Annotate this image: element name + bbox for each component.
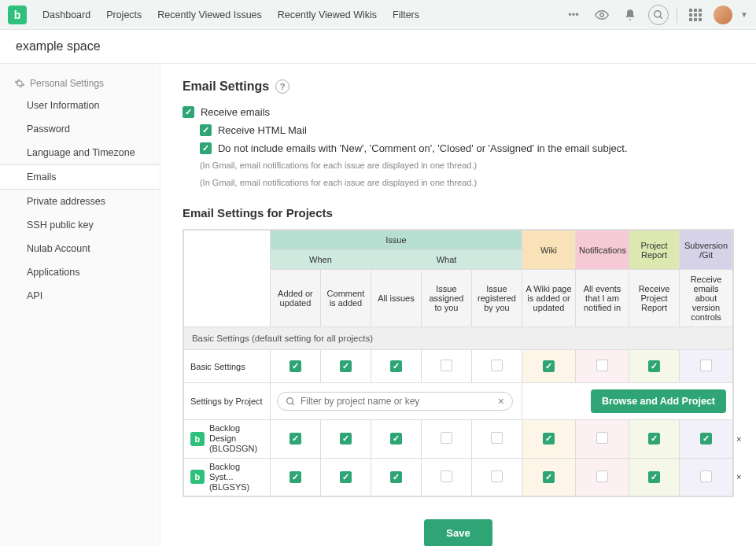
browse-add-project-button[interactable]: Browse and Add Project: [591, 389, 726, 413]
project-name: Backlog Design (BLGDSGN): [209, 423, 264, 455]
basic-settings-header: Basic Settings (default setting for all …: [183, 327, 732, 350]
col-header: Receive Project Report: [629, 270, 680, 327]
svg-point-1: [655, 10, 661, 17]
grid-checkbox[interactable]: [491, 432, 503, 444]
sidebar-item-emails[interactable]: Emails: [0, 164, 160, 190]
basic-settings-label: Basic Settings: [183, 350, 270, 383]
th-wiki: Wiki: [522, 231, 576, 270]
col-header: Issue assigned to you: [421, 270, 471, 327]
svg-line-4: [292, 403, 294, 405]
sidebar-item-password[interactable]: Password: [0, 117, 160, 141]
nav-projects[interactable]: Projects: [98, 0, 149, 30]
sidebar-item-private-addresses[interactable]: Private addresses: [0, 190, 160, 213]
chevron-down-icon[interactable]: ▼: [740, 10, 748, 19]
projects-section-title: Email Settings for Projects: [183, 206, 734, 220]
grid-checkbox[interactable]: [289, 360, 301, 372]
grid-checkbox[interactable]: [491, 470, 503, 482]
html-mail-label: Receive HTML Mail: [218, 124, 307, 136]
subject-label: Do not include emails with 'New', 'Comme…: [218, 142, 628, 154]
th-svn: Subversion /Git: [680, 231, 733, 270]
receive-emails-checkbox[interactable]: [183, 106, 194, 118]
grid-checkbox[interactable]: [441, 360, 452, 371]
grid-checkbox[interactable]: [441, 432, 452, 444]
project-icon: b: [190, 470, 205, 484]
col-header: All events that I am notified in: [576, 270, 629, 327]
watch-icon[interactable]: [592, 5, 612, 25]
th-when: When: [270, 250, 371, 270]
search-icon: [286, 397, 296, 407]
avatar[interactable]: [714, 6, 732, 24]
sidebar-item-language-and-timezone[interactable]: Language and Timezone: [0, 141, 160, 164]
grid-checkbox[interactable]: [648, 471, 660, 483]
note-text-1: (In Gmail, email notifications for each …: [200, 160, 734, 170]
more-icon[interactable]: •••: [563, 5, 584, 25]
svg-point-3: [287, 397, 293, 404]
page-title: Email Settings: [183, 79, 269, 94]
grid-checkbox[interactable]: [700, 470, 712, 482]
grid-checkbox[interactable]: [340, 360, 352, 372]
sidebar-item-applications[interactable]: Applications: [0, 260, 160, 284]
search-icon[interactable]: [648, 5, 669, 25]
grid-checkbox[interactable]: [441, 470, 452, 482]
svg-point-0: [600, 13, 604, 17]
grid-checkbox[interactable]: [596, 470, 608, 482]
grid-checkbox[interactable]: [543, 471, 555, 483]
project-icon: b: [190, 432, 205, 446]
col-header: Receive emails about version controls: [680, 270, 733, 327]
col-header: A Wiki page is added or updated: [522, 270, 576, 327]
sidebar-item-api[interactable]: API: [0, 284, 160, 308]
grid-checkbox[interactable]: [390, 471, 402, 483]
settings-by-project-label: Settings by Project: [183, 383, 270, 420]
project-name: Backlog Syst... (BLGSYS): [209, 462, 264, 493]
grid-checkbox[interactable]: [340, 471, 352, 483]
sidebar-item-user-information[interactable]: User Information: [0, 94, 160, 117]
grid-checkbox[interactable]: [700, 433, 712, 445]
apps-icon[interactable]: [685, 5, 706, 25]
th-issue: Issue: [270, 231, 522, 250]
grid-checkbox[interactable]: [390, 433, 402, 445]
note-text-2: (In Gmail, email notifications for each …: [200, 178, 734, 187]
grid-checkbox[interactable]: [289, 471, 301, 483]
th-what: What: [371, 250, 522, 270]
grid-checkbox[interactable]: [543, 433, 555, 445]
nav-recently-viewed-issues[interactable]: Recently Viewed Issues: [149, 0, 269, 30]
gear-icon: [14, 78, 25, 89]
nav-recently-viewed-wikis[interactable]: Recently Viewed Wikis: [270, 0, 385, 30]
grid-checkbox[interactable]: [648, 360, 660, 372]
sidebar-item-ssh-public-key[interactable]: SSH public key: [0, 213, 160, 237]
grid-checkbox[interactable]: [289, 433, 301, 445]
space-name: example space: [0, 30, 756, 64]
bell-icon[interactable]: [620, 5, 640, 25]
html-mail-checkbox[interactable]: [200, 124, 212, 136]
grid-checkbox[interactable]: [340, 433, 352, 445]
th-report: Project Report: [629, 231, 680, 270]
col-header: Issue registered by you: [471, 270, 522, 327]
subject-checkbox[interactable]: [200, 142, 212, 154]
col-header: Comment is added: [320, 270, 371, 327]
save-button[interactable]: Save: [424, 519, 492, 546]
project-filter-input[interactable]: [301, 396, 493, 407]
nav-filters[interactable]: Filters: [385, 0, 427, 30]
app-logo[interactable]: b: [8, 6, 27, 24]
grid-checkbox[interactable]: [648, 433, 660, 445]
svg-line-2: [660, 16, 662, 18]
grid-checkbox[interactable]: [596, 360, 608, 371]
grid-checkbox[interactable]: [596, 432, 608, 444]
grid-checkbox[interactable]: [543, 360, 555, 372]
grid-checkbox[interactable]: [491, 360, 503, 371]
sidebar-item-nulab-account[interactable]: Nulab Account: [0, 237, 160, 260]
divider: [677, 7, 677, 23]
nav-dashboard[interactable]: Dashboard: [35, 0, 98, 30]
clear-filter-icon[interactable]: ×: [498, 395, 504, 408]
grid-checkbox[interactable]: [700, 360, 712, 371]
receive-emails-label: Receive emails: [201, 106, 270, 118]
col-header: All issues: [371, 270, 421, 327]
grid-checkbox[interactable]: [390, 360, 402, 372]
sidebar-heading: Personal Settings: [30, 78, 104, 89]
col-header: Added or updated: [270, 270, 320, 327]
th-notif: Notifications: [576, 231, 629, 270]
help-icon[interactable]: ?: [275, 79, 289, 94]
